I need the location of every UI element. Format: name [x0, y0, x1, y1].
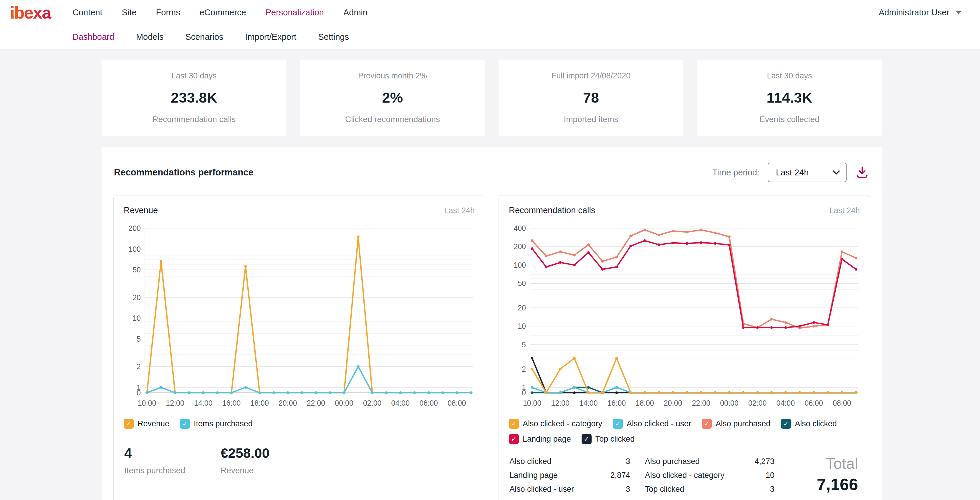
- top-nav-item-ecommerce[interactable]: eCommerce: [200, 8, 246, 18]
- main-nav: ContentSiteFormseCommercePersonalization…: [72, 8, 368, 18]
- chart-period: Last 24h: [829, 206, 860, 215]
- sub-nav-item-import-export[interactable]: Import/Export: [245, 32, 296, 42]
- legend-label: Also purchased: [716, 419, 770, 428]
- time-period-select[interactable]: Last 24h: [768, 163, 846, 182]
- chevron-down-icon: [832, 170, 840, 175]
- svg-text:06:00: 06:00: [419, 399, 438, 407]
- svg-text:16:00: 16:00: [222, 399, 241, 407]
- metric-label: Also clicked - category: [645, 471, 724, 480]
- recommendation-calls-line-chart: 400200100502010521010:0012:0014:0016:001…: [508, 222, 861, 413]
- total-value: 7,166: [817, 474, 858, 494]
- svg-text:18:00: 18:00: [635, 399, 654, 407]
- legend-label: Landing page: [523, 435, 571, 444]
- svg-text:12:00: 12:00: [166, 399, 185, 407]
- download-icon: [855, 165, 870, 180]
- recommendation-calls-legend: ✓Also clicked - category✓Also clicked - …: [509, 419, 860, 444]
- legend-item-items-purchased[interactable]: ✓Items purchased: [180, 419, 253, 429]
- table-row: Also clicked - category10: [645, 471, 775, 480]
- sub-nav-item-models[interactable]: Models: [136, 32, 164, 42]
- chart-card-header: Recommendation calls Last 24h: [509, 206, 860, 215]
- revenue-stat: €258.00 Revenue: [221, 445, 269, 475]
- metric-label: Top clicked: [645, 485, 684, 494]
- recommendation-summary: Also clicked3Landing page2,874Also click…: [509, 457, 859, 494]
- svg-text:50: 50: [132, 266, 141, 274]
- metric-value: 3: [626, 457, 630, 466]
- stat-label: Events collected: [759, 115, 819, 124]
- top-nav-item-forms[interactable]: Forms: [156, 8, 180, 18]
- svg-text:14:00: 14:00: [579, 399, 598, 407]
- panel-title: Recommendations performance: [114, 167, 253, 178]
- ibexa-logo[interactable]: ibexa: [10, 3, 72, 22]
- svg-text:2: 2: [522, 365, 526, 373]
- svg-text:20:00: 20:00: [664, 399, 682, 407]
- top-nav-item-content[interactable]: Content: [72, 8, 102, 18]
- metric-label: Also clicked: [509, 457, 552, 466]
- stat-caption: Last 30 days: [767, 71, 812, 80]
- top-nav-item-personalization[interactable]: Personalization: [266, 8, 324, 18]
- sub-nav-item-dashboard[interactable]: Dashboard: [72, 32, 114, 42]
- svg-text:22:00: 22:00: [307, 399, 325, 407]
- sub-nav-item-scenarios[interactable]: Scenarios: [185, 32, 223, 42]
- stat-card: Last 30 days114.3KEvents collected: [697, 59, 882, 136]
- items-purchased-label: Items purchased: [124, 466, 185, 475]
- top-nav-item-site[interactable]: Site: [122, 8, 137, 18]
- stat-value: 2%: [382, 89, 403, 106]
- svg-text:50: 50: [518, 279, 526, 288]
- svg-text:20: 20: [132, 293, 141, 302]
- stat-card: Last 30 days233.8KRecommendation calls: [102, 59, 286, 136]
- svg-text:0: 0: [137, 388, 141, 397]
- legend-item-also-clicked-user[interactable]: ✓Also clicked - user: [613, 419, 691, 429]
- stat-value: 114.3K: [767, 89, 812, 106]
- svg-text:04:00: 04:00: [391, 399, 410, 407]
- legend-label: Revenue: [137, 419, 169, 428]
- svg-text:00:00: 00:00: [335, 399, 353, 407]
- stat-caption: Last 30 days: [171, 71, 216, 80]
- user-menu[interactable]: Administrator User: [879, 8, 962, 18]
- download-report-button[interactable]: [855, 165, 870, 180]
- user-name: Administrator User: [879, 8, 950, 18]
- legend-checkbox: ✓: [509, 419, 519, 429]
- legend-checkbox: ✓: [180, 419, 190, 429]
- table-row: Landing page2,874: [509, 471, 630, 480]
- totals-column: Also clicked3Landing page2,874Also click…: [509, 457, 630, 494]
- metric-value: 4,273: [754, 457, 775, 466]
- svg-text:04:00: 04:00: [776, 399, 795, 407]
- legend-item-landing-page[interactable]: ✓Landing page: [509, 434, 571, 444]
- stat-card: Previous month 2%2%Clicked recommendatio…: [300, 59, 485, 136]
- legend-item-top-clicked[interactable]: ✓Top clicked: [582, 434, 635, 444]
- legend-item-revenue[interactable]: ✓Revenue: [124, 419, 169, 429]
- legend-item-also-clicked-category[interactable]: ✓Also clicked - category: [509, 419, 602, 429]
- stat-caption: Previous month 2%: [358, 71, 427, 80]
- svg-text:10:00: 10:00: [138, 399, 156, 407]
- stat-caption: Full import 24/08/2020: [552, 71, 631, 80]
- svg-text:5: 5: [137, 335, 141, 343]
- svg-text:02:00: 02:00: [748, 399, 767, 407]
- legend-item-also-purchased[interactable]: ✓Also purchased: [702, 419, 770, 429]
- legend-label: Top clicked: [595, 435, 635, 444]
- legend-checkbox: ✓: [781, 419, 791, 429]
- top-nav-item-admin[interactable]: Admin: [344, 8, 368, 18]
- legend-label: Also clicked - category: [523, 419, 602, 428]
- svg-text:06:00: 06:00: [805, 399, 823, 407]
- legend-item-also-clicked[interactable]: ✓Also clicked: [781, 419, 837, 429]
- sub-nav-item-settings[interactable]: Settings: [318, 32, 349, 42]
- svg-text:08:00: 08:00: [833, 399, 851, 407]
- svg-text:10:00: 10:00: [523, 399, 541, 407]
- revenue-chart-legend: ✓Revenue✓Items purchased: [124, 419, 475, 429]
- svg-text:10: 10: [518, 322, 526, 330]
- metric-value: 3: [770, 485, 775, 494]
- svg-text:00:00: 00:00: [720, 399, 738, 407]
- svg-text:10: 10: [132, 314, 141, 322]
- svg-text:0: 0: [522, 388, 526, 397]
- svg-text:200: 200: [514, 242, 526, 251]
- svg-text:20: 20: [518, 304, 526, 312]
- chart-period: Last 24h: [444, 206, 475, 215]
- svg-text:5: 5: [522, 340, 526, 349]
- legend-checkbox: ✓: [613, 419, 623, 429]
- svg-text:08:00: 08:00: [448, 399, 466, 407]
- recommendation-totals-table: Also clicked3Landing page2,874Also click…: [509, 457, 775, 494]
- recommendations-performance-panel: Recommendations performance Time period:…: [102, 147, 882, 500]
- time-period-label: Time period:: [712, 168, 759, 177]
- metric-value: 2,874: [610, 471, 630, 480]
- table-row: Also clicked - user3: [509, 485, 630, 494]
